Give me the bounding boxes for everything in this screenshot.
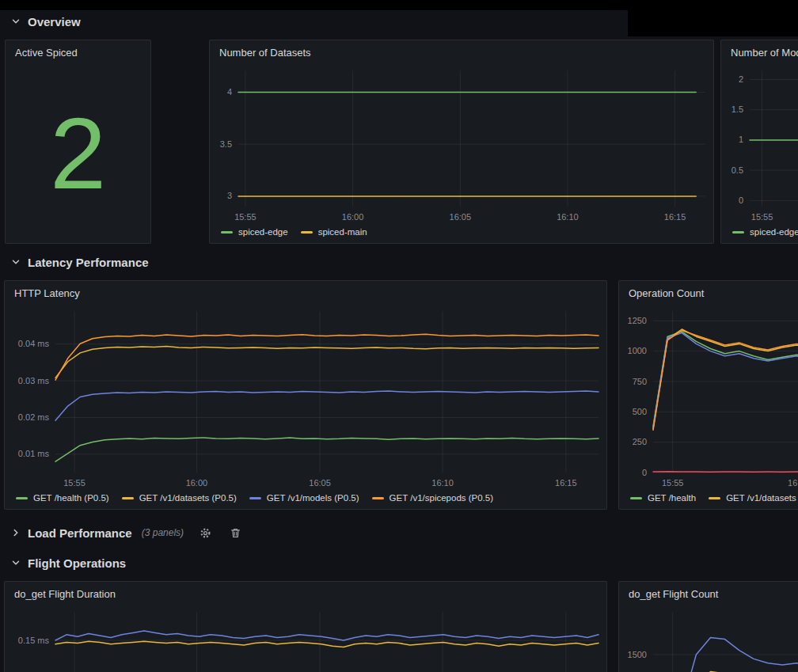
svg-text:1: 1 (739, 135, 743, 144)
panel-http-latency: HTTP Latency 15:5516:0016:0516:1016:150.… (4, 280, 607, 510)
panel-title[interactable]: Operation Count (619, 281, 798, 305)
legend-item[interactable]: GET /v1/datasets (P0.5) (122, 493, 237, 503)
http-latency-chart[interactable]: 15:5516:0016:0516:1016:150.01 ms0.02 ms0… (5, 305, 606, 492)
panel-title[interactable]: Number of Models (721, 40, 798, 64)
svg-text:16:10: 16:10 (557, 212, 579, 222)
svg-text:1000: 1000 (628, 346, 647, 355)
chevron-down-icon[interactable] (10, 16, 21, 27)
svg-text:15:55: 15:55 (662, 478, 684, 488)
legend-item[interactable]: GET /health (P0.5) (16, 493, 109, 503)
svg-text:250: 250 (633, 437, 647, 446)
models-chart[interactable]: 15:5516:0016:0516:1016:1500.511.52 (721, 64, 798, 226)
legend-series-label: spiced-edge (238, 227, 288, 237)
svg-text:16:05: 16:05 (309, 478, 331, 488)
panel-active-spiced: Active Spiced 2 (5, 40, 151, 244)
svg-text:1250: 1250 (628, 316, 647, 325)
svg-text:3.5: 3.5 (220, 139, 232, 149)
panel-title[interactable]: Number of Datasets (210, 40, 713, 64)
legend-item[interactable]: spiced-edge (221, 227, 288, 237)
chevron-down-icon[interactable] (10, 256, 21, 268)
legend: GET /healthGET /v1/datasetsGET /v1/model… (619, 492, 798, 509)
svg-text:15:55: 15:55 (234, 212, 256, 222)
section-title-overview[interactable]: Overview (28, 15, 81, 28)
svg-text:0: 0 (642, 468, 647, 477)
chevron-down-icon[interactable] (10, 557, 21, 568)
panel-title[interactable]: do_get Flight Duration (5, 582, 606, 606)
legend-series-label: GET /v1/datasets (P0.5) (139, 493, 237, 503)
legend-series-color (732, 231, 744, 233)
section-header-latency-performance[interactable]: Latency Performance (0, 252, 149, 272)
legend-series-color (16, 497, 28, 499)
svg-text:0: 0 (739, 196, 743, 205)
legend-series-color (221, 231, 233, 233)
svg-text:1500: 1500 (628, 650, 647, 659)
svg-text:4: 4 (227, 87, 232, 97)
legend-series-label: GET /health (P0.5) (33, 493, 109, 503)
datasets-chart[interactable]: 15:5516:0016:0516:1016:1533.54 (210, 64, 713, 226)
svg-text:16:00: 16:00 (186, 478, 208, 488)
legend: spiced-edgespiced-main (210, 226, 713, 243)
panel-number-of-datasets: Number of Datasets 15:5516:0016:0516:101… (209, 40, 714, 244)
svg-text:2: 2 (739, 74, 743, 84)
svg-text:16:00: 16:00 (342, 212, 364, 222)
section-title-load-performance[interactable]: Load Performance (28, 526, 132, 540)
svg-text:0.5: 0.5 (732, 165, 743, 175)
chevron-right-icon[interactable] (10, 527, 21, 538)
legend-series-color (122, 497, 134, 499)
svg-text:16:15: 16:15 (555, 478, 577, 488)
legend: GET /health (P0.5)GET /v1/datasets (P0.5… (5, 492, 606, 509)
section-title-flight-operations[interactable]: Flight Operations (28, 556, 126, 570)
legend-item[interactable]: spiced-main (301, 227, 367, 237)
section-header-flight-operations[interactable]: Flight Operations (0, 552, 126, 573)
panel-number-of-models: Number of Models 15:5516:0016:0516:1016:… (720, 40, 798, 244)
legend-series-label: GET /health (648, 493, 696, 503)
legend-series-color (709, 497, 720, 499)
svg-text:16:10: 16:10 (431, 478, 454, 488)
legend: spiced-edge (721, 226, 798, 243)
legend-item[interactable]: GET /v1/datasets (709, 493, 796, 503)
svg-text:750: 750 (633, 377, 647, 386)
legend-item[interactable]: spiced-edge (732, 227, 798, 237)
stat-value-wrap: 2 (6, 64, 150, 243)
legend-series-color (249, 497, 261, 499)
top-right-black-region (628, 0, 798, 36)
flight-count-chart[interactable]: 15:5516:0016:0516:1016:1550010001500 (619, 606, 798, 672)
svg-text:0.01 ms: 0.01 ms (18, 449, 50, 458)
panel-do-get-flight-count: do_get Flight Count 15:5516:0016:0516:10… (618, 581, 798, 672)
svg-text:16:05: 16:05 (450, 212, 472, 222)
legend-series-color (630, 497, 642, 499)
panel-operation-count: Operation Count 15:5516:0016:0516:1016:1… (618, 280, 798, 510)
section-header-overview[interactable]: Overview (0, 11, 81, 32)
section-header-load-performance[interactable]: Load Performance (3 panels) (0, 522, 244, 543)
svg-text:1.5: 1.5 (732, 104, 743, 114)
section-title-latency-performance[interactable]: Latency Performance (28, 256, 149, 269)
legend-series-label: spiced-main (318, 227, 367, 237)
legend-series-color (301, 231, 313, 233)
trash-icon[interactable] (226, 524, 244, 541)
svg-text:0.02 ms: 0.02 ms (18, 412, 50, 422)
legend-series-label: GET /v1/datasets (726, 493, 796, 503)
svg-text:16:15: 16:15 (664, 212, 686, 222)
legend-series-label: GET /v1/spicepods (P0.5) (390, 493, 493, 503)
stat-value: 2 (50, 103, 106, 204)
legend-series-color (372, 497, 384, 499)
flight-duration-chart[interactable]: 15:5516:0016:0516:1016:150.05 ms0.10 ms0… (5, 606, 606, 672)
svg-text:0.04 ms: 0.04 ms (18, 339, 50, 348)
svg-text:16:00: 16:00 (788, 478, 798, 488)
svg-text:15:55: 15:55 (63, 478, 86, 488)
legend-item[interactable]: GET /v1/spicepods (P0.5) (372, 493, 493, 503)
gear-icon[interactable] (196, 524, 214, 541)
legend-item[interactable]: GET /v1/models (P0.5) (249, 493, 359, 503)
operation-count-chart[interactable]: 15:5516:0016:0516:1016:15025050075010001… (619, 305, 798, 492)
legend-item[interactable]: GET /health (630, 493, 696, 503)
panel-title[interactable]: Active Spiced (6, 40, 150, 64)
svg-text:500: 500 (633, 407, 647, 416)
svg-text:3: 3 (227, 191, 232, 200)
panels-count-label: (3 panels) (142, 527, 184, 538)
panel-title[interactable]: HTTP Latency (5, 281, 606, 305)
svg-text:0.15 ms: 0.15 ms (18, 636, 50, 645)
legend-series-label: GET /v1/models (P0.5) (267, 493, 359, 503)
legend-series-label: spiced-edge (750, 227, 798, 237)
svg-text:0.03 ms: 0.03 ms (18, 376, 50, 385)
panel-title[interactable]: do_get Flight Count (619, 582, 798, 606)
